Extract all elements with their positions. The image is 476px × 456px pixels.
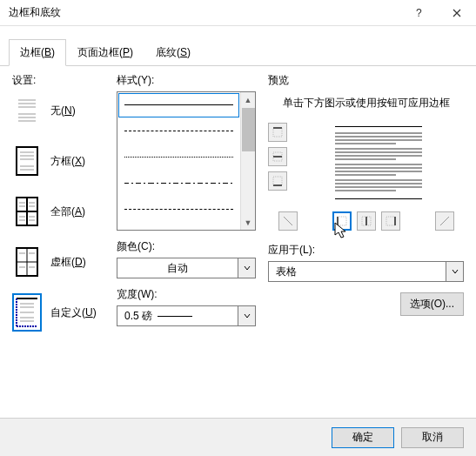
style-label: 样式(Y):	[117, 73, 256, 88]
width-value: 0.5 磅	[117, 305, 238, 326]
dialog-footer: 确定 取消	[0, 418, 476, 456]
width-combo[interactable]: 0.5 磅	[117, 305, 256, 326]
style-option-dashdotdot[interactable]	[117, 197, 240, 223]
apply-combo[interactable]: 表格	[268, 261, 464, 282]
svg-rect-46	[338, 217, 346, 225]
settings-panel: 设置: 无(N) 方框(X) 全部(A) 虚框(D)	[12, 73, 104, 344]
style-listbox[interactable]: ▲ ▼	[117, 91, 256, 231]
style-option-solid[interactable]	[117, 92, 240, 118]
color-combo[interactable]: 自动	[117, 258, 256, 278]
svg-text:?: ?	[416, 9, 422, 17]
box-icon	[12, 142, 42, 180]
style-option-dashed[interactable]	[117, 118, 240, 144]
setting-all[interactable]: 全部(A)	[12, 192, 104, 231]
edge-right-button[interactable]	[381, 211, 400, 231]
width-label: 宽度(W):	[117, 287, 256, 302]
setting-none[interactable]: 无(N)	[12, 91, 104, 130]
style-option-dashdot[interactable]	[117, 171, 240, 197]
svg-line-45	[284, 217, 292, 225]
setting-custom[interactable]: 自定义(U)	[12, 293, 104, 332]
help-button[interactable]: ?	[399, 0, 438, 26]
preview-hint: 单击下方图示或使用按钮可应用边框	[268, 95, 464, 111]
tab-page-border[interactable]: 页面边框(P)	[66, 39, 144, 66]
preview-panel: 预览 单击下方图示或使用按钮可应用边框	[268, 73, 464, 344]
none-icon	[12, 91, 42, 130]
all-icon	[12, 192, 42, 231]
ok-button[interactable]: 确定	[332, 427, 394, 448]
edge-left-button[interactable]	[332, 211, 352, 231]
color-dropdown-button[interactable]	[238, 258, 256, 278]
tab-bar: 边框(B) 页面边框(P) 底纹(S)	[0, 26, 476, 66]
setting-box[interactable]: 方框(X)	[12, 142, 104, 180]
apply-value: 表格	[268, 261, 446, 282]
edge-bottom-button[interactable]	[268, 171, 287, 191]
style-scrollbar[interactable]: ▲ ▼	[240, 92, 255, 230]
color-value: 自动	[117, 258, 238, 278]
titlebar: 边框和底纹 ?	[0, 0, 476, 26]
close-button[interactable]	[438, 0, 476, 26]
apply-dropdown-button[interactable]	[446, 261, 464, 282]
style-option-dotted[interactable]	[117, 144, 240, 171]
svg-line-52	[440, 217, 449, 225]
preview-label: 预览	[268, 73, 464, 88]
cancel-button[interactable]: 取消	[401, 427, 464, 448]
preview-diagram[interactable]	[292, 123, 464, 203]
svg-rect-39	[273, 128, 282, 137]
style-panel: 样式(Y): ▲ ▼ 颜色(C): 自动 宽度(W): 0.5 磅	[117, 73, 256, 344]
tab-border[interactable]: 边框(B)	[9, 39, 66, 66]
edge-top-button[interactable]	[268, 123, 287, 142]
edge-vmid-button[interactable]	[357, 211, 376, 231]
svg-rect-50	[386, 217, 395, 225]
edge-hmid-button[interactable]	[268, 147, 287, 166]
color-label: 颜色(C):	[117, 239, 256, 254]
options-button[interactable]: 选项(O)...	[400, 292, 464, 316]
settings-label: 设置:	[12, 73, 104, 88]
svg-rect-43	[273, 177, 282, 185]
edge-diag-down-button[interactable]	[278, 211, 298, 231]
grid-icon	[12, 243, 42, 281]
setting-grid[interactable]: 虚框(D)	[12, 243, 104, 281]
apply-label: 应用于(L):	[268, 243, 464, 258]
edge-diag-up-button[interactable]	[435, 211, 454, 231]
scroll-down-icon[interactable]: ▼	[241, 215, 255, 230]
width-sample-line	[158, 316, 192, 317]
custom-icon	[12, 293, 42, 332]
scroll-up-icon[interactable]: ▲	[241, 92, 255, 107]
scroll-thumb[interactable]	[242, 108, 255, 151]
window-title: 边框和底纹	[9, 5, 399, 20]
width-dropdown-button[interactable]	[238, 305, 256, 326]
tab-shading[interactable]: 底纹(S)	[144, 39, 202, 66]
svg-rect-7	[17, 147, 37, 175]
